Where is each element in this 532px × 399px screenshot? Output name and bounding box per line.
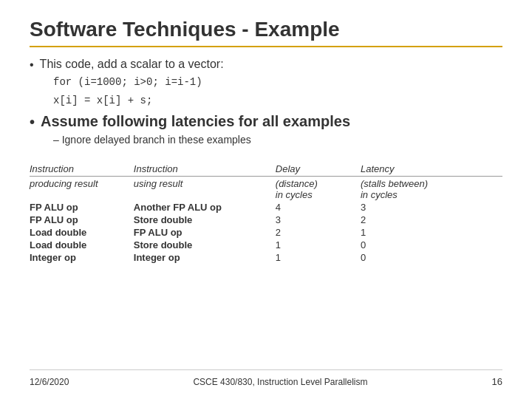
table-cell-1-3: 2 [361, 214, 502, 226]
table-cell-2-2: 2 [276, 226, 361, 239]
table-cell-0-0: FP ALU op [30, 201, 134, 214]
table-cell-4-3: 0 [361, 251, 502, 264]
bullet-dot-2: • [30, 114, 35, 131]
table-cell-2-3: 1 [361, 226, 502, 239]
table-cell-3-3: 0 [361, 239, 502, 251]
table-cell-4-1: Integer op [134, 251, 276, 264]
table-cell-1-2: 3 [276, 214, 361, 226]
footer: 12/6/2020 CSCE 430/830, Instruction Leve… [30, 369, 502, 387]
table-row: Load doubleFP ALU op21 [30, 226, 502, 239]
table-cell-2-0: Load double [30, 226, 134, 239]
table-row: FP ALU opAnother FP ALU op43 [30, 201, 502, 214]
table-cell-0-3: 3 [361, 201, 502, 214]
footer-page: 16 [492, 376, 502, 387]
bullet-dot-1: • [30, 58, 34, 72]
table-cell-4-0: Integer op [30, 251, 134, 264]
table-cell-3-1: Store double [134, 239, 276, 251]
col-header-4: Latency [361, 162, 502, 177]
table-cell-1-1: Store double [134, 214, 276, 226]
table-subheader-row: producing result using result (distance)… [30, 177, 502, 202]
subheader-1: producing result [30, 177, 134, 202]
bullet-text-2: Assume following latencies for all examp… [41, 113, 350, 130]
sub-bullet-1: – Ignore delayed branch in these example… [53, 134, 502, 146]
subheader-3: (distance) in cycles [276, 177, 361, 202]
footer-center: CSCE 430/830, Instruction Level Parallel… [193, 377, 367, 387]
slide-title: Software Techniques - Example [30, 18, 502, 41]
table-cell-4-2: 1 [276, 251, 361, 264]
table-cell-3-2: 1 [276, 239, 361, 251]
code-line-1: for (i=1000; i>0; i=i-1) [53, 75, 502, 90]
table-row: Integer opInteger op10 [30, 251, 502, 264]
col-header-3: Delay [276, 162, 361, 177]
footer-date: 12/6/2020 [30, 377, 69, 387]
table-cell-0-2: 4 [276, 201, 361, 214]
title-underline [30, 46, 502, 47]
subheader-2: using result [134, 177, 276, 202]
table-row: Load doubleStore double10 [30, 239, 502, 251]
table-row: FP ALU opStore double32 [30, 214, 502, 226]
code-line-2: x[i] = x[i] + s; [53, 93, 502, 109]
table-cell-0-1: Another FP ALU op [134, 201, 276, 214]
col-header-2: Instruction [134, 162, 276, 177]
table-cell-2-1: FP ALU op [134, 226, 276, 239]
table-cell-3-0: Load double [30, 239, 134, 251]
bullet-text-1: This code, add a scalar to a vector: [40, 58, 224, 71]
table-body: FP ALU opAnother FP ALU op43FP ALU opSto… [30, 201, 502, 264]
subheader-4: (stalls between) in cycles [361, 177, 502, 202]
table-header-row: Instruction Instruction Delay Latency [30, 162, 502, 177]
col-header-1: Instruction [30, 162, 134, 177]
latency-table-section: Instruction Instruction Delay Latency pr… [30, 162, 502, 369]
table-cell-1-0: FP ALU op [30, 214, 134, 226]
